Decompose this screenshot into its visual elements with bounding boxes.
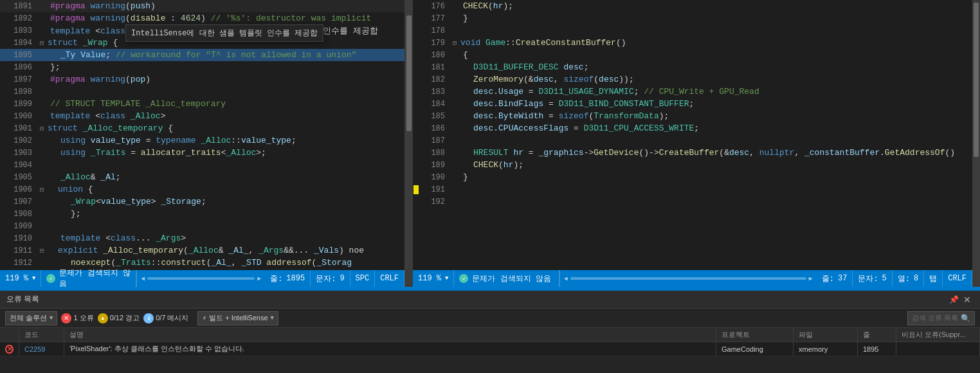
code-line-left-1897[interactable]: 1897#pragma warning(pop) <box>0 73 404 86</box>
code-line-left-1895[interactable]: 1895_Ty Value; // workaround for "T^ is … <box>0 49 404 61</box>
code-line-left-1902[interactable]: 1902using value_type = typename _Alloc::… <box>0 134 404 147</box>
code-line-left-1905[interactable]: 1905_Alloc& _Al; <box>0 171 404 183</box>
yellow-indicator-dot <box>413 185 419 194</box>
code-line-left-1903[interactable]: 1903using _Traits = allocator_traits<_Al… <box>0 147 404 159</box>
warn-badge-icon: ▲ <box>98 313 108 323</box>
code-line-right-183[interactable]: 183desc.Usage = D3D11_USAGE_DYNAMIC; // … <box>413 86 972 98</box>
line-number-right-182: 182 <box>419 75 453 84</box>
error-row-icon-col: ✕ <box>0 342 19 356</box>
code-line-right-178[interactable]: 178 <box>413 24 972 37</box>
error-count-badge[interactable]: ✕ 1 오류 <box>61 313 93 323</box>
error-row-1[interactable]: ✕ C2259 'PixelShader': 추상 클래스를 인스턴스화할 수 … <box>0 342 980 356</box>
code-line-right-182[interactable]: 182ZeroMemory(&desc, sizeof(desc)); <box>413 73 972 86</box>
col-line-header[interactable]: 줄 <box>858 328 896 341</box>
left-zoom-dropdown[interactable]: ▼ <box>32 275 35 282</box>
line-number-1904: 1904 <box>6 161 40 170</box>
error-count-label: 1 오류 <box>73 313 93 323</box>
line-content-1905: _Alloc& _Al; <box>48 172 404 182</box>
code-line-left-1911[interactable]: 1911⊟explicit _Alloc_temporary(_Alloc& _… <box>0 244 404 257</box>
right-status-bar: 119 % ▼ ✓ 문제가 검색되지 않음 ◀ ▶ 줄: 37 문자: 5 <box>413 270 972 287</box>
left-vscrollbar[interactable] <box>405 0 413 287</box>
warn-count-badge[interactable]: ▲ 0/12 경고 <box>98 313 140 323</box>
col-code-header[interactable]: 코드 <box>19 328 64 341</box>
line-content-1912: noexcept(_Traits::construct(_Al_, _STD a… <box>48 258 404 268</box>
fold-icon-right-179[interactable]: ⊟ <box>453 39 457 47</box>
code-line-left-1899[interactable]: 1899// STRUCT TEMPLATE _Alloc_temporary <box>0 98 404 110</box>
line-number-right-192: 192 <box>419 197 453 206</box>
right-tab-label: 탭 <box>929 273 937 284</box>
code-line-left-1898[interactable]: 1898 <box>0 86 404 98</box>
left-code-editor[interactable]: IntelliSense에 대한 샘플 템플릿 인수를 제공합 1891#pra… <box>0 0 404 270</box>
right-vscrollbar[interactable] <box>972 0 980 287</box>
left-crlf-label: CRLF <box>380 274 399 283</box>
code-line-left-1900[interactable]: 1900template <class _Alloc> <box>0 110 404 122</box>
line-number-right-184: 184 <box>419 100 453 109</box>
code-line-left-1912[interactable]: 1912 noexcept(_Traits::construct(_Al_, _… <box>0 257 404 269</box>
code-line-left-1896[interactable]: 1896}; <box>0 61 404 73</box>
intellisense-tooltip: IntelliSense에 대한 샘플 템플릿 인수를 제공합 <box>125 24 323 42</box>
code-line-right-179[interactable]: 179⊟void Game::CreateConstantBuffer() <box>413 37 972 49</box>
fold-icon-1906[interactable]: ⊟ <box>40 186 44 194</box>
search-icon[interactable]: 🔍 <box>961 314 970 323</box>
close-error-panel-button[interactable]: ✕ <box>961 295 974 305</box>
error-row-code[interactable]: C2259 <box>24 345 45 353</box>
build-selector[interactable]: ⚡ 빌드 + IntelliSense ▼ <box>197 311 278 325</box>
right-code-editor[interactable]: 176CHECK(hr);177}178179⊟void Game::Creat… <box>413 0 972 270</box>
right-zoom[interactable]: 119 % ▼ <box>413 270 454 287</box>
left-crlf: CRLF <box>375 270 404 287</box>
error-row-icon: ✕ <box>5 345 14 354</box>
code-line-right-190[interactable]: 190} <box>413 171 972 183</box>
code-line-right-184[interactable]: 184desc.BindFlags = D3D11_BIND_CONSTANT_… <box>413 98 972 110</box>
code-line-left-1891[interactable]: 1891#pragma warning(push) <box>0 0 404 12</box>
col-desc-header[interactable]: 설명 <box>64 328 716 341</box>
line-indicator-right-191 <box>413 185 419 194</box>
left-zoom[interactable]: 119 % ▼ <box>0 270 41 287</box>
right-zoom-dropdown[interactable]: ▼ <box>445 275 448 282</box>
line-number-1900: 1900 <box>6 112 40 121</box>
code-line-right-188[interactable]: 188HRESULT hr = _graphics->GetDevice()->… <box>413 147 972 159</box>
col-file-header[interactable]: 파일 <box>794 328 858 341</box>
info-count-badge[interactable]: ℹ 0/7 메시지 <box>143 313 188 323</box>
fold-icon-1894[interactable]: ⊟ <box>40 39 44 47</box>
left-vscrollbar-thumb[interactable] <box>406 15 412 131</box>
scope-dropdown-icon: ▼ <box>50 315 53 322</box>
code-line-left-1908[interactable]: 1908}; <box>0 208 404 220</box>
line-content-1900: template <class _Alloc> <box>48 111 404 121</box>
code-line-right-180[interactable]: 180{ <box>413 49 972 61</box>
col-project-header[interactable]: 프로젝트 <box>716 328 794 341</box>
line-number-1899: 1899 <box>6 100 40 109</box>
code-line-right-186[interactable]: 186desc.CPUAccessFlags = D3D11_CPU_ACCES… <box>413 122 972 134</box>
left-space: SPC <box>350 270 376 287</box>
left-scrollbar[interactable] <box>147 277 255 280</box>
code-line-right-181[interactable]: 181D3D11_BUFFER_DESC desc; <box>413 61 972 73</box>
code-line-left-1910[interactable]: 1910template <class... _Args> <box>0 232 404 244</box>
code-line-left-1892[interactable]: 1892#pragma warning(disable : 4624) // '… <box>0 12 404 24</box>
code-line-right-192[interactable]: 192 <box>413 196 972 208</box>
code-line-left-1906[interactable]: 1906⊟union { <box>0 183 404 196</box>
code-line-right-177[interactable]: 177} <box>413 12 972 24</box>
col-suppress-header[interactable]: 비표시 오류(Suppr... <box>896 328 980 341</box>
code-line-right-191[interactable]: 191 <box>413 183 972 196</box>
right-tab: 탭 <box>924 270 943 287</box>
code-line-right-189[interactable]: 189CHECK(hr); <box>413 159 972 171</box>
code-line-left-1909[interactable]: 1909 <box>0 220 404 232</box>
error-panel-controls: 📌 ✕ <box>949 295 974 305</box>
search-label: 검색 오류 목록 <box>912 313 958 323</box>
left-col-num: 9 <box>340 274 344 283</box>
code-line-right-185[interactable]: 185desc.ByteWidth = sizeof(TransformData… <box>413 110 972 122</box>
right-scrollbar[interactable] <box>570 277 806 280</box>
pin-button[interactable]: 📌 <box>949 295 958 304</box>
code-line-right-187[interactable]: 187 <box>413 134 972 147</box>
code-line-left-1904[interactable]: 1904 <box>0 159 404 171</box>
right-vscrollbar-thumb[interactable] <box>974 3 979 157</box>
left-space-label: SPC <box>356 274 370 283</box>
fold-icon-1911[interactable]: ⊟ <box>40 247 44 255</box>
line-content-1907: _Wrap<value_type> _Storage; <box>48 197 404 206</box>
fold-icon-1901[interactable]: ⊟ <box>40 125 44 132</box>
scope-selector[interactable]: 전체 솔루션 ▼ <box>5 311 57 325</box>
code-line-right-176[interactable]: 176CHECK(hr); <box>413 0 972 12</box>
line-number-1892: 1892 <box>6 14 40 23</box>
code-line-left-1907[interactable]: 1907_Wrap<value_type> _Storage; <box>0 196 404 208</box>
line-content-right-188: HRESULT hr = _graphics->GetDevice()->Cre… <box>460 148 972 158</box>
code-line-left-1901[interactable]: 1901⊟struct _Alloc_temporary { <box>0 122 404 134</box>
